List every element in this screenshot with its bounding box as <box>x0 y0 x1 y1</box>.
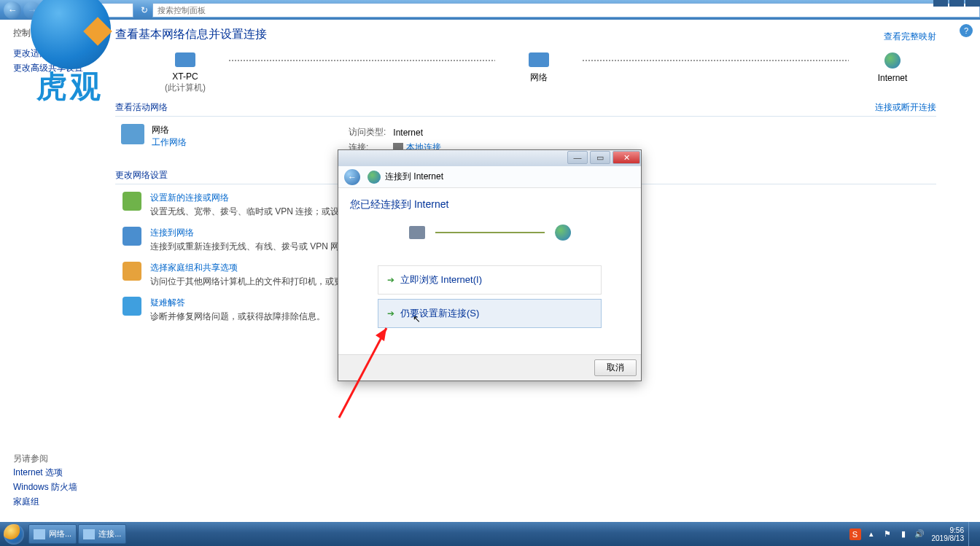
network-name: 网络 <box>152 124 187 136</box>
sidebar-see-also: 另请参阅 Internet 选项 Windows 防火墙 家庭组 <box>13 452 98 518</box>
window-controls <box>933 0 980 7</box>
new-connection-icon <box>122 192 141 211</box>
volume-icon[interactable]: 🔊 <box>914 529 925 540</box>
network-node-icon <box>529 52 549 67</box>
tray-clock[interactable]: 9:56 2019/8/13 <box>932 526 965 542</box>
homegroup-icon <box>122 262 141 281</box>
dialog-header: ← 连接到 Internet <box>338 166 641 188</box>
windows-orb-icon <box>4 524 24 545</box>
page-title: 查看基本网络信息并设置连接 <box>115 27 267 42</box>
dialog-back-button[interactable]: ← <box>344 169 360 185</box>
task2-label: 连接... <box>98 529 121 539</box>
link-internet-options[interactable]: Internet 选项 <box>13 465 98 480</box>
arrow-right-icon: ➔ <box>387 275 394 285</box>
max-icon[interactable] <box>949 0 964 7</box>
connect-icon <box>122 227 141 246</box>
back-button[interactable]: ← <box>4 1 21 19</box>
dialog-connect-internet: — ▭ ✕ ← 连接到 Internet 您已经连接到 Internet ➔ 立… <box>338 149 642 381</box>
dialog-map <box>350 225 629 241</box>
dialog-max-button[interactable]: ▭ <box>590 151 610 164</box>
link-full-map[interactable]: 查看完整映射 <box>884 31 936 43</box>
map-node-internet: Internet <box>849 52 936 83</box>
system-tray: S ▴ ⚑ ▮ 🔊 9:56 2019/8/13 <box>847 522 981 546</box>
min-icon[interactable] <box>933 0 948 7</box>
computer-icon <box>175 52 195 67</box>
access-label: 访问类型: <box>349 125 392 139</box>
taskbar-app-icon <box>83 529 95 539</box>
see-also-heading: 另请参阅 <box>13 452 98 465</box>
start-button[interactable] <box>0 522 28 546</box>
section-active-title: 查看活动网络 <box>115 102 168 112</box>
troubleshoot-icon <box>122 297 141 316</box>
network-map: XT-PC (此计算机) 网络 Internet <box>141 52 936 94</box>
dialog-body: 您已经连接到 Internet ➔ 立即浏览 Internet(I) ➔ 仍要设… <box>338 188 641 354</box>
dialog-min-button[interactable]: — <box>567 151 588 164</box>
chevron-right-icon[interactable]: › <box>86 5 89 15</box>
dialog-globe-icon <box>555 225 571 241</box>
arrow-right-icon: ➔ <box>387 308 394 319</box>
sidebar: 控制面板主页 更改适配器设置 更改高级共享设置 另请参阅 Internet 选项… <box>0 20 102 522</box>
opt4-desc: 诊断并修复网络问题，或获得故障排除信息。 <box>150 311 325 323</box>
setup-label: 仍要设置新连接(S) <box>400 307 479 320</box>
tray-chevron-icon[interactable]: ▴ <box>866 529 877 540</box>
dialog-line <box>435 232 545 233</box>
show-desktop-button[interactable] <box>968 522 976 546</box>
node-net-name: 网络 <box>495 71 583 84</box>
node-inet-name: Internet <box>849 73 936 83</box>
task-item-connect[interactable]: 连接... <box>78 524 126 544</box>
sidebar-advanced[interactable]: 更改高级共享设置 <box>13 61 98 75</box>
sidebar-adapter[interactable]: 更改适配器设置 <box>13 46 98 61</box>
forward-button[interactable]: → <box>23 1 41 19</box>
task-item-network[interactable]: 网络... <box>28 524 77 544</box>
search-input[interactable] <box>153 6 979 15</box>
active-network-icon <box>121 124 144 144</box>
map-node-pc: XT-PC (此计算机) <box>141 52 229 94</box>
sogou-ime-icon[interactable]: S <box>849 529 861 540</box>
search-box[interactable] <box>152 3 980 17</box>
sidebar-home[interactable]: 控制面板主页 <box>13 26 98 40</box>
dialog-heading: 您已经连接到 Internet <box>350 198 629 211</box>
tray-date: 2019/8/13 <box>932 534 965 542</box>
access-value: Internet <box>393 125 447 139</box>
page-title-row: 查看基本网络信息并设置连接 <box>115 27 936 42</box>
dialog-option-setup[interactable]: ➔ 仍要设置新连接(S) <box>378 299 602 328</box>
action-center-icon[interactable]: ⚑ <box>882 529 893 540</box>
breadcrumb-text: 网络 <box>66 4 83 16</box>
dialog-titlebar[interactable]: — ▭ ✕ <box>338 150 641 166</box>
node-pc-sub: (此计算机) <box>141 82 229 94</box>
dialog-close-button[interactable]: ✕ <box>612 151 640 164</box>
task1-label: 网络... <box>49 529 71 539</box>
link-homegroup[interactable]: 家庭组 <box>13 494 98 509</box>
node-pc-name: XT-PC <box>141 71 229 82</box>
dialog-option-browse[interactable]: ➔ 立即浏览 Internet(I) <box>378 265 602 295</box>
refresh-button[interactable]: ↻ <box>136 5 152 15</box>
link-disconnect[interactable]: 连接或断开连接 <box>875 101 936 114</box>
dialog-pc-icon <box>409 226 425 239</box>
breadcrumb[interactable]: 网络 › <box>46 3 133 17</box>
tray-time: 9:56 <box>932 526 965 534</box>
section-active: 查看活动网络 连接或断开连接 <box>115 101 936 117</box>
taskbar-app-icon <box>34 529 45 539</box>
taskbar: 网络... 连接... S ▴ ⚑ ▮ 🔊 9:56 2019/8/13 <box>0 522 980 546</box>
dialog-breadcrumb: 连接到 Internet <box>385 171 443 183</box>
close-icon[interactable] <box>965 0 980 7</box>
network-icon <box>51 5 61 15</box>
help-icon[interactable]: ? <box>960 24 973 37</box>
dialog-globe-icon <box>368 171 381 184</box>
map-line <box>229 60 495 61</box>
dialog-footer: 取消 <box>338 354 641 381</box>
map-node-network: 网络 <box>495 52 583 84</box>
link-firewall[interactable]: Windows 防火墙 <box>13 480 98 494</box>
opt4-link[interactable]: 疑难解答 <box>150 297 325 309</box>
explorer-addressbar: ← → 网络 › ↻ <box>0 0 980 20</box>
network-tray-icon[interactable]: ▮ <box>898 529 909 540</box>
cancel-button[interactable]: 取消 <box>594 359 637 376</box>
map-line <box>583 60 849 61</box>
network-type-link[interactable]: 工作网络 <box>152 137 187 147</box>
browse-label: 立即浏览 Internet(I) <box>400 273 482 286</box>
globe-icon <box>884 52 901 69</box>
